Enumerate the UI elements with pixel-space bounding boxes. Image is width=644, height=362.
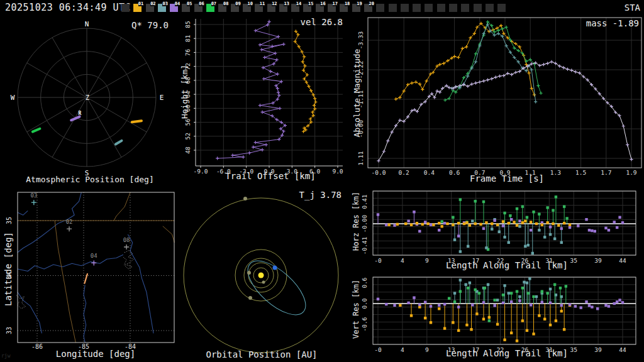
station-square-label: 12	[272, 1, 277, 6]
sta-label: STA	[625, 3, 640, 13]
station-square-empty[interactable]	[376, 4, 384, 12]
station-square-empty[interactable]	[413, 4, 421, 12]
polar-trail-04	[71, 117, 79, 121]
plot-frame	[373, 277, 636, 344]
station-square-empty[interactable]	[461, 4, 469, 12]
river	[84, 285, 86, 343]
planet-mercury	[262, 281, 265, 284]
station-square-14[interactable]: 14	[291, 4, 299, 12]
svg-text:9: 9	[425, 257, 429, 264]
state-border	[55, 221, 75, 343]
state-border	[114, 192, 130, 221]
svg-text:4: 4	[401, 257, 404, 264]
plot-frame	[373, 191, 636, 255]
station-square-empty[interactable]	[401, 4, 409, 12]
station-square-empty[interactable]	[389, 4, 397, 12]
station-square-03[interactable]: 03	[158, 4, 166, 12]
station-square-19[interactable]: 19	[352, 4, 360, 12]
svg-text:35: 35	[570, 346, 577, 353]
atmospheric-position-chart: NSWEZR	[0, 15, 176, 186]
series-station-03	[450, 23, 537, 103]
svg-text:35: 35	[6, 217, 13, 224]
station-square-empty[interactable]	[486, 4, 494, 12]
meteoroid-orbit	[239, 252, 314, 324]
svg-text:9.0: 9.0	[332, 168, 343, 175]
svg-text:Z: Z	[86, 94, 89, 101]
station-square-empty[interactable]	[474, 4, 482, 12]
station-square-17[interactable]: 17	[328, 4, 336, 12]
height-axis-label: Height [km]	[180, 65, 189, 119]
svg-text:1.11: 1.11	[357, 151, 364, 165]
station-square-10[interactable]: 10	[243, 4, 251, 12]
station-square-empty[interactable]	[121, 4, 130, 12]
svg-text:0.6: 0.6	[361, 277, 368, 288]
planet-jupiter	[243, 197, 247, 200]
svg-text:-0.6: -0.6	[361, 317, 368, 331]
station-square-18[interactable]: 18	[340, 4, 348, 12]
svg-text:0.0: 0.0	[361, 298, 368, 309]
station-square-label: 20	[369, 1, 374, 6]
svg-text:39: 39	[594, 346, 602, 353]
planet-venus	[247, 271, 251, 275]
svg-text:33: 33	[6, 327, 13, 334]
station-square-label: 09	[235, 1, 240, 6]
station-square-12[interactable]: 12	[267, 4, 275, 12]
station-square-04[interactable]: 04	[170, 4, 178, 12]
station-square-13[interactable]: 13	[279, 4, 287, 12]
orbital-position-title: Orbital Position [AU]	[206, 349, 317, 359]
station-square-label: 19	[357, 1, 362, 6]
svg-text:76: 76	[184, 48, 191, 56]
planet-mars	[248, 296, 252, 300]
station-square-label: 04	[175, 1, 180, 6]
svg-text:4: 4	[401, 346, 404, 353]
station-square-label: 13	[284, 1, 289, 6]
station-square-empty[interactable]	[425, 4, 433, 12]
map-features	[16, 192, 174, 343]
river	[18, 211, 28, 215]
station-square-label: 17	[333, 1, 338, 6]
station-square-empty[interactable]	[497, 4, 506, 12]
svg-text:81: 81	[184, 35, 191, 42]
q-star-value: Q* 79.0	[131, 20, 169, 30]
svg-text:02: 02	[66, 219, 73, 225]
svg-text:-86: -86	[31, 343, 43, 350]
station-square-empty[interactable]	[449, 4, 457, 12]
svg-text:1.3: 1.3	[550, 169, 561, 176]
station-square-label: 08	[223, 1, 228, 6]
map-station-04	[91, 260, 96, 265]
ground-map-chart: 03020804-86-85-84353433	[0, 186, 176, 362]
svg-text:0.41: 0.41	[361, 194, 368, 209]
station-square-20[interactable]: 20	[364, 4, 372, 12]
svg-text:1.9: 1.9	[626, 169, 636, 176]
grid	[373, 277, 636, 344]
frame-time-axis-label: Frame Time [s]	[470, 173, 544, 184]
sun	[258, 273, 264, 278]
station-square-08[interactable]: 08	[218, 4, 226, 12]
state-border	[163, 226, 175, 243]
station-square-label: 02	[150, 1, 155, 6]
svg-text:0.4: 0.4	[424, 169, 435, 176]
station-square-11[interactable]: 11	[255, 4, 263, 12]
mass-value: mass -1.89	[586, 18, 639, 28]
station-square-15[interactable]: 15	[303, 4, 311, 12]
velocity-value: vel 26.8	[301, 17, 343, 27]
station-square-02[interactable]: 02	[146, 4, 154, 12]
svg-text:E: E	[160, 94, 164, 102]
station-square-16[interactable]: 16	[316, 4, 324, 12]
series-station-04	[216, 20, 287, 160]
station-square-empty[interactable]	[437, 4, 445, 12]
grid	[368, 18, 641, 168]
station-square-07[interactable]: 07	[206, 4, 214, 12]
polar-trail-03	[116, 141, 122, 145]
svg-text:44: 44	[619, 257, 626, 264]
grid	[373, 191, 636, 255]
station-square-06[interactable]: 06	[194, 4, 203, 12]
station-square-09[interactable]: 09	[231, 4, 239, 12]
svg-text:9: 9	[425, 346, 429, 353]
svg-text:1.5: 1.5	[575, 169, 586, 176]
svg-text:39: 39	[594, 257, 602, 264]
svg-text:52: 52	[184, 133, 191, 140]
station-square-label: 15	[308, 1, 313, 6]
station-square-01[interactable]: 01	[133, 4, 142, 12]
station-square-05[interactable]: 05	[182, 4, 190, 12]
